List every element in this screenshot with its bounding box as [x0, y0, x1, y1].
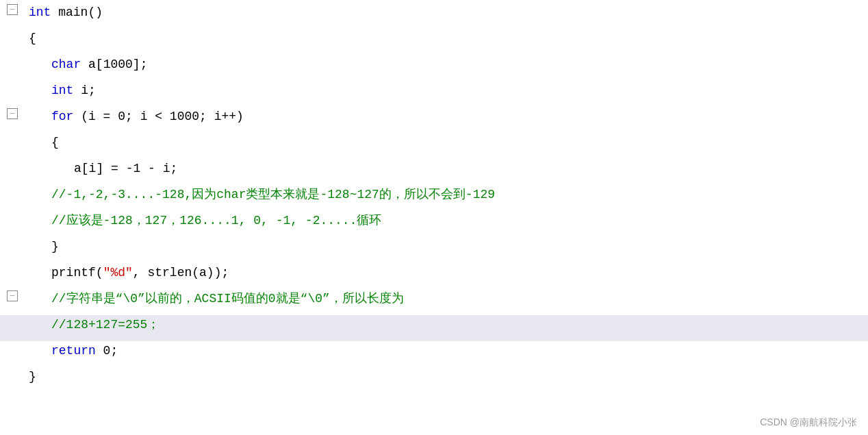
token: ; i++) [199, 110, 244, 123]
code-text: a[i] = -1 - i; [70, 159, 868, 179]
line-gutter [0, 315, 25, 316]
token: for [51, 110, 73, 123]
token: 1000 [103, 58, 133, 71]
token: //128+127=255； [51, 318, 159, 332]
code-text: //字符串是“\0”以前的，ACSII码值的0就是“\0”，所以长度为 [47, 289, 868, 309]
line-gutter [0, 29, 25, 30]
collapse-icon[interactable]: − [7, 4, 18, 15]
token: int [29, 5, 51, 19]
line-gutter: − [0, 3, 25, 15]
token: //-1,-2,-3....-128,因为char类型本来就是-128~127的… [51, 188, 495, 201]
token: - i; [140, 162, 177, 175]
code-text: int i; [47, 81, 868, 101]
code-text: } [25, 367, 868, 387]
code-text: char a[1000]; [47, 55, 868, 75]
code-line: //应该是-128，127，126....1, 0, -1, -2.....循环 [0, 211, 868, 237]
code-line: } [0, 367, 868, 393]
token: { [51, 136, 59, 149]
token: return [51, 344, 96, 358]
code-editor: −int main(){char a[1000];int i;−for (i =… [0, 0, 868, 435]
code-line: { [0, 133, 868, 159]
code-text: int main() [25, 3, 868, 23]
code-area: −int main(){char a[1000];int i;−for (i =… [0, 0, 868, 396]
code-line: −int main() [0, 3, 868, 29]
line-gutter [0, 211, 25, 212]
watermark: CSDN @南航科院小张 [760, 414, 857, 430]
code-line: char a[1000]; [0, 55, 868, 81]
token: (i = [73, 110, 118, 123]
line-gutter [0, 159, 25, 160]
line-gutter [0, 133, 25, 134]
code-text: printf("%d", strlen(a)); [47, 263, 868, 283]
token: main [58, 5, 88, 19]
code-line: //-1,-2,-3....-128,因为char类型本来就是-128~127的… [0, 185, 868, 211]
line-gutter [0, 367, 25, 369]
collapse-icon[interactable]: − [7, 108, 18, 119]
token: { [29, 32, 36, 45]
token: 0 [118, 110, 125, 123]
token: a[ [81, 58, 103, 71]
token: ; i < [125, 110, 170, 123]
token: //字符串是“\0”以前的，ACSII码值的0就是“\0”，所以长度为 [51, 292, 404, 306]
code-text: } [47, 237, 868, 257]
code-text: //128+127=255； [47, 315, 868, 335]
code-text: for (i = 0; i < 1000; i++) [47, 107, 868, 127]
token: } [51, 240, 59, 253]
token [51, 5, 58, 19]
line-gutter [0, 55, 25, 56]
code-text: { [47, 133, 868, 153]
token: "%d" [103, 266, 133, 279]
token: , strlen(a)); [133, 266, 229, 279]
token: char [51, 58, 81, 71]
token: 0; [96, 344, 118, 358]
token: 1000 [170, 110, 199, 123]
token: ]; [133, 58, 148, 71]
code-line: a[i] = -1 - i; [0, 159, 868, 185]
token: printf( [51, 266, 103, 279]
token: () [88, 5, 103, 19]
line-gutter [0, 185, 25, 186]
line-gutter [0, 81, 25, 82]
token: -1 [126, 162, 141, 175]
token: a[i] = [74, 162, 126, 175]
code-text: //-1,-2,-3....-128,因为char类型本来就是-128~127的… [47, 185, 868, 205]
code-text: return 0; [47, 341, 868, 361]
code-line: return 0; [0, 341, 868, 367]
code-line: −//字符串是“\0”以前的，ACSII码值的0就是“\0”，所以长度为 [0, 289, 868, 315]
line-gutter [0, 341, 25, 343]
code-line: int i; [0, 81, 868, 107]
code-line: −for (i = 0; i < 1000; i++) [0, 107, 868, 133]
line-gutter [0, 237, 25, 238]
code-line: { [0, 29, 868, 55]
code-line: printf("%d", strlen(a)); [0, 263, 868, 289]
collapse-icon[interactable]: − [7, 290, 18, 301]
code-text: //应该是-128，127，126....1, 0, -1, -2.....循环 [47, 211, 868, 231]
line-gutter: − [0, 289, 25, 301]
line-gutter [0, 263, 25, 264]
token: i; [73, 84, 95, 97]
code-line: } [0, 237, 868, 263]
token: int [51, 84, 73, 97]
line-gutter: − [0, 107, 25, 119]
token: //应该是-128，127，126....1, 0, -1, -2.....循环 [51, 214, 381, 227]
code-text: { [25, 29, 868, 49]
code-line: //128+127=255； [0, 315, 868, 341]
token: } [29, 370, 36, 384]
